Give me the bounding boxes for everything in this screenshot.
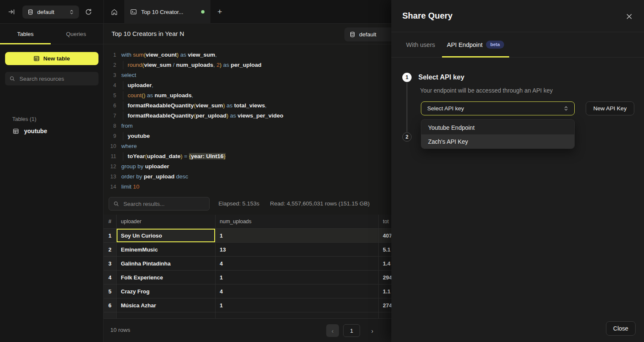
results-search-input[interactable] [123,200,205,208]
beta-badge: beta [486,41,504,49]
query-title: Top 10 Creators in Year N [112,30,184,37]
database-selector[interactable]: default [22,5,79,19]
row-index[interactable]: 3 [104,257,117,270]
row-count: 10 rows [110,327,130,333]
line-number: 8 [104,121,116,131]
terminal-icon [130,8,137,15]
line-number: 12 [104,161,116,172]
new-table-button[interactable]: New table [5,52,98,65]
step-1-description: Your endpoint will be accessed through a… [420,87,553,94]
tab-api-endpoint-label: API Endpoint [447,41,483,48]
pagination-current-page[interactable]: 1 [343,324,360,337]
collapse-sidebar-icon[interactable] [8,8,15,15]
code-text: youtube [121,131,150,141]
cell-num-uploads[interactable]: 1 [216,229,379,242]
cell-uploader[interactable]: EminemMusic [117,243,216,256]
code-text: round(view_sum / num_uploads, 2) as per_… [121,60,262,70]
code-text: toYear(upload_date) = {year: UInt16} [121,151,226,161]
sidebar: Tables Queries New table Tables (1) yout… [0,24,104,342]
cell-uploader[interactable]: Música Azhar [117,298,216,312]
new-tab-button[interactable]: + [210,0,229,24]
line-number: 14 [104,182,116,192]
tab-label: Top 10 Creator... [141,9,197,15]
share-panel-title: Share Query [402,11,453,21]
column-header-index[interactable]: # [104,215,117,228]
tab-with-users[interactable]: With users [406,32,435,57]
column-header-uploader[interactable]: uploader [117,215,216,228]
search-icon [113,201,119,207]
sidebar-search-input[interactable] [19,75,94,82]
line-number: 1 [104,50,116,60]
refresh-icon[interactable] [85,8,92,16]
new-table-label: New table [43,55,70,62]
elapsed-time: Elapsed: 5.153s [218,200,259,207]
line-number: 2 [104,60,116,70]
cell-uploader[interactable]: Crazy Frog [117,285,216,298]
pagination-next-button[interactable]: › [366,324,379,337]
search-icon [9,76,15,82]
step-2-indicator: 2 [402,132,412,142]
api-key-option[interactable]: Zach's API Key [421,134,574,148]
table-name: youtube [24,128,47,134]
rows-read-stat: Read: 4,557,605,031 rows (151.15 GB) [270,200,370,207]
row-index[interactable]: 1 [104,229,117,242]
api-key-option[interactable]: Youtube Endpoint [421,120,574,134]
unsaved-status-dot [201,10,205,14]
row-index[interactable]: 5 [104,285,117,298]
row-index[interactable] [104,312,117,318]
row-index[interactable]: 4 [104,271,117,284]
results-search[interactable] [109,197,210,211]
tables-section-label: Tables (1) [12,116,36,122]
cell-num-uploads[interactable]: 4 [216,285,379,298]
api-key-select[interactable]: Select API key [421,101,575,115]
sidebar-tab-queries[interactable]: Queries [51,24,101,44]
new-api-key-button[interactable]: New API Key [586,101,634,115]
tables-list: youtube [0,124,103,138]
code-text: order by per_upload desc [121,172,188,182]
line-number: 5 [104,90,116,101]
tab-strip: Top 10 Creator... + [104,0,229,24]
code-text: count() as num_uploads, [121,90,193,101]
code-text: with sum(view_count) as view_sum, [121,50,217,60]
sidebar-table-item[interactable]: youtube [0,124,103,138]
code-text: group by uploader [121,161,169,172]
tab-api-endpoint[interactable]: API Endpoint beta [447,32,504,57]
code-text: formatReadableQuantity(view_sum) as tota… [121,101,267,111]
home-icon[interactable] [104,0,124,24]
panel-close-button[interactable]: Close [606,321,636,336]
table-icon [13,128,19,134]
close-icon[interactable] [625,13,633,20]
line-number: 4 [104,80,116,90]
sidebar-search[interactable] [5,72,98,85]
cell-uploader[interactable]: Soy Un Curioso [117,229,216,242]
line-number: 9 [104,131,116,141]
cell-num-uploads[interactable]: 4 [216,257,379,270]
database-icon [349,31,355,38]
sidebar-tab-tables[interactable]: Tables [0,24,51,44]
code-text: from [121,121,133,131]
code-text: where [121,141,137,151]
row-index[interactable]: 2 [104,243,117,256]
code-text: formatReadableQuantity(per_upload) as vi… [121,111,283,121]
line-number: 3 [104,70,116,80]
cell-num-uploads[interactable]: 1 [216,271,379,284]
cell-num-uploads[interactable]: 13 [216,243,379,256]
cell-num-uploads[interactable]: 1 [216,298,379,312]
code-text: limit 10 [121,182,139,192]
cell-uploader[interactable]: Folk Experience [117,271,216,284]
tab-with-users-label: With users [406,41,435,48]
cell-uploader[interactable] [117,312,216,318]
database-selector-value: default [37,9,65,15]
step-connector-line [407,83,407,132]
tab-query-editor[interactable]: Top 10 Creator... [124,0,210,24]
row-index[interactable]: 6 [104,298,117,312]
chevron-updown-icon [69,9,74,15]
cell-uploader[interactable]: Galinha Pintadinha [117,257,216,270]
line-number: 10 [104,141,116,151]
column-header-num-uploads[interactable]: num_uploads [216,215,379,228]
pagination-prev-button[interactable]: ‹ [326,324,339,337]
app-root: default Top 10 Creator... + Tables Queri… [0,0,644,342]
share-panel-header: Share Query [391,0,644,32]
chevron-updown-icon [564,106,568,111]
cell-num-uploads[interactable] [216,312,379,318]
